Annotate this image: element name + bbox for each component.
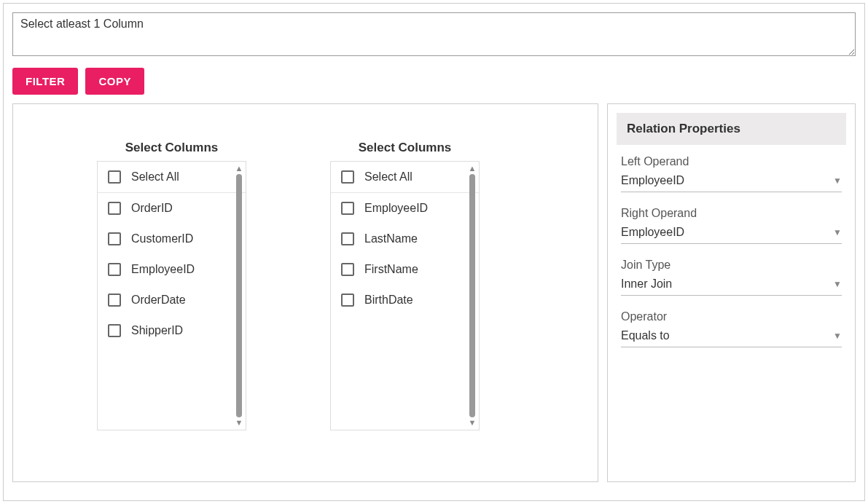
right-columns-listbox: Select All EmployeeID LastName Firs [330, 161, 480, 430]
checkbox-icon[interactable] [108, 263, 121, 276]
checkbox-icon[interactable] [108, 294, 121, 307]
field-label: Left Operand [621, 155, 842, 168]
operator-select[interactable]: Equals to ▼ [621, 329, 842, 347]
checkbox-icon[interactable] [341, 294, 354, 307]
item-label: CustomerID [131, 232, 193, 245]
checkbox-icon[interactable] [108, 170, 121, 184]
item-label: EmployeeID [364, 202, 428, 215]
select-all-item[interactable]: Select All [98, 162, 246, 193]
checkbox-icon[interactable] [108, 232, 121, 245]
scrollbar[interactable]: ▲ ▼ [467, 165, 477, 427]
outer-panel: FILTER COPY Select Columns Select All Or… [3, 3, 865, 501]
chevron-down-icon: ▼ [833, 331, 842, 341]
list-item[interactable]: OrderDate [98, 285, 246, 315]
field-value: Equals to [621, 329, 670, 342]
checkbox-icon[interactable] [341, 202, 354, 215]
item-label: OrderID [131, 202, 173, 215]
list-item[interactable]: FirstName [331, 254, 479, 285]
checkbox-icon[interactable] [341, 170, 354, 184]
left-operand-select[interactable]: EmployeeID ▼ [621, 174, 842, 192]
right-columns-card: Select Columns Select All EmployeeID [330, 141, 480, 467]
list-item[interactable]: EmployeeID [331, 193, 479, 224]
checkbox-icon[interactable] [108, 202, 121, 215]
join-type-field: Join Type Inner Join ▼ [617, 259, 846, 300]
button-row: FILTER COPY [12, 68, 856, 95]
relation-properties-header: Relation Properties [617, 113, 846, 145]
relation-properties-panel: Relation Properties Left Operand Employe… [607, 103, 856, 482]
right-operand-select[interactable]: EmployeeID ▼ [621, 226, 842, 244]
list-item[interactable]: ShipperID [98, 315, 246, 346]
field-label: Join Type [621, 259, 842, 272]
list-item[interactable]: EmployeeID [98, 254, 246, 285]
chevron-down-icon: ▼ [833, 227, 842, 237]
checkbox-icon[interactable] [341, 232, 354, 245]
list-item[interactable]: OrderID [98, 193, 246, 224]
listbox-items: Select All EmployeeID LastName Firs [331, 162, 479, 430]
item-label: EmployeeID [131, 263, 195, 276]
field-value: EmployeeID [621, 174, 684, 187]
field-label: Operator [621, 310, 842, 323]
list-item[interactable]: CustomerID [98, 224, 246, 254]
scroll-up-icon[interactable]: ▲ [235, 165, 243, 173]
scroll-down-icon[interactable]: ▼ [469, 419, 477, 427]
item-label: Select All [364, 170, 413, 184]
item-label: OrderDate [131, 294, 186, 307]
field-value: Inner Join [621, 277, 672, 291]
field-value: EmployeeID [621, 226, 684, 239]
columns-panel: Select Columns Select All OrderID [12, 103, 598, 482]
item-label: ShipperID [131, 324, 183, 337]
query-textarea[interactable] [12, 12, 856, 56]
checkbox-icon[interactable] [341, 263, 354, 276]
chevron-down-icon: ▼ [833, 279, 842, 289]
join-type-select[interactable]: Inner Join ▼ [621, 277, 842, 296]
item-label: LastName [364, 232, 418, 245]
copy-button[interactable]: COPY [85, 68, 144, 95]
chevron-down-icon: ▼ [833, 176, 842, 186]
list-item[interactable]: BirthDate [331, 285, 479, 315]
item-label: BirthDate [364, 294, 413, 307]
content-row: Select Columns Select All OrderID [12, 103, 856, 482]
listbox-items: Select All OrderID CustomerID Emplo [98, 162, 246, 430]
scrollbar[interactable]: ▲ ▼ [234, 165, 244, 427]
left-columns-listbox: Select All OrderID CustomerID Emplo [97, 161, 246, 430]
scroll-thumb[interactable] [236, 174, 242, 417]
field-label: Right Operand [621, 207, 842, 220]
filter-button[interactable]: FILTER [12, 68, 78, 95]
operator-field: Operator Equals to ▼ [617, 310, 846, 352]
scroll-thumb[interactable] [469, 174, 475, 417]
scroll-up-icon[interactable]: ▲ [469, 165, 477, 173]
right-operand-field: Right Operand EmployeeID ▼ [617, 207, 846, 248]
left-columns-card: Select Columns Select All OrderID [97, 141, 246, 467]
checkbox-icon[interactable] [108, 324, 121, 337]
item-label: Select All [131, 170, 179, 184]
item-label: FirstName [364, 263, 418, 276]
left-operand-field: Left Operand EmployeeID ▼ [617, 155, 846, 197]
list-item[interactable]: LastName [331, 224, 479, 254]
scroll-down-icon[interactable]: ▼ [235, 419, 243, 427]
card-title: Select Columns [330, 141, 480, 155]
card-title: Select Columns [97, 141, 246, 155]
select-all-item[interactable]: Select All [331, 162, 479, 193]
